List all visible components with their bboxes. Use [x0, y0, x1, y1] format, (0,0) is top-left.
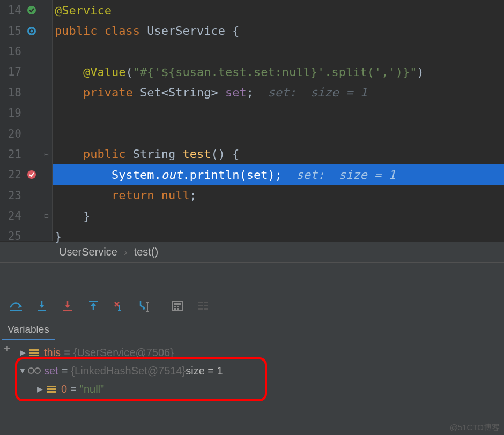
code-token: ;	[247, 86, 268, 99]
code-token	[55, 86, 83, 99]
breadcrumb-class[interactable]: UserService	[59, 246, 117, 258]
svg-rect-20	[204, 302, 208, 303]
code-line[interactable]: @Service	[53, 0, 504, 20]
variables-panel: Variables + ▶this = {UserService@7506}▼s…	[0, 319, 504, 435]
toolbar-separator	[161, 298, 161, 313]
gutter-row[interactable]: 17	[0, 62, 52, 82]
code-editor[interactable]: 1415161718192021⊟222324⊟25 @Servicepubli…	[0, 0, 504, 241]
code-area[interactable]: @Servicepublic class UserService { @Valu…	[53, 0, 504, 241]
code-line[interactable]	[53, 103, 504, 123]
svg-rect-4	[10, 310, 22, 311]
fold-marker-icon[interactable]: ⊟	[44, 212, 48, 220]
code-token: UserService	[147, 24, 232, 38]
variable-name: this	[44, 347, 61, 359]
step-over-button[interactable]	[3, 295, 29, 317]
gutter-row[interactable]: 23	[0, 185, 52, 206]
run-to-cursor-button[interactable]	[132, 295, 158, 317]
gutter-row[interactable]: 20	[0, 123, 52, 144]
code-token: ;	[190, 189, 197, 202]
variable-row[interactable]: ▶0 = "null"	[2, 380, 502, 398]
add-watch-button[interactable]: +	[0, 340, 14, 357]
svg-rect-6	[63, 310, 72, 311]
line-number: 17	[0, 65, 21, 78]
equals-sign: =	[70, 383, 77, 395]
gutter-row[interactable]: 14	[0, 0, 52, 20]
code-token	[55, 189, 112, 202]
tree-arrow-icon[interactable]: ▶	[17, 348, 28, 357]
variables-tab-row: Variables	[0, 319, 504, 340]
svg-rect-23	[198, 308, 203, 310]
code-token: out	[161, 168, 183, 182]
bean-teal-icon[interactable]	[26, 25, 38, 37]
variable-object: {UserService@7506}	[73, 347, 174, 359]
drop-frame-button[interactable]	[106, 295, 132, 317]
code-line[interactable]: public class UserService {	[53, 20, 504, 41]
variable-tail: size = 1	[186, 365, 223, 377]
code-line[interactable]: }	[53, 226, 504, 246]
fold-marker-icon[interactable]: ⊟	[44, 150, 48, 159]
obj-icon	[28, 347, 41, 358]
glasses-icon	[28, 365, 41, 376]
code-token: set: size = 1	[296, 168, 395, 182]
variable-row[interactable]: ▼set = {LinkedHashSet@7514} size = 1	[2, 362, 502, 380]
variable-name: set	[44, 365, 58, 377]
step-out-button[interactable]	[80, 295, 106, 317]
svg-rect-32	[47, 391, 56, 393]
line-number: 14	[0, 4, 21, 17]
gutter-row[interactable]: 16	[0, 41, 52, 62]
gutter-row[interactable]: 15	[0, 20, 52, 41]
breakpoint-icon[interactable]	[26, 169, 38, 181]
gutter-row[interactable]: 25	[0, 226, 52, 246]
code-token: }	[55, 230, 62, 243]
tab-variables[interactable]: Variables	[2, 320, 55, 340]
code-token: private	[83, 86, 140, 99]
svg-rect-22	[204, 305, 208, 306]
code-token: String	[133, 147, 183, 161]
variable-row[interactable]: ▶this = {UserService@7506}	[2, 343, 502, 362]
code-token: .println(	[182, 168, 246, 182]
code-line[interactable]: @Value("#{'${susan.test.set:null}'.split…	[53, 62, 504, 82]
gutter-row[interactable]: 18	[0, 82, 52, 103]
equals-sign: =	[62, 365, 68, 377]
gutter-row[interactable]: 19	[0, 103, 52, 123]
obj-icon	[45, 384, 58, 394]
evaluate-button[interactable]	[165, 295, 190, 317]
code-token: "#{'${susan.test.set:null}'.split(',')}"	[133, 65, 417, 79]
code-line[interactable]	[53, 41, 504, 62]
line-number: 25	[0, 230, 21, 243]
code-line[interactable]: return null;	[53, 185, 504, 206]
debug-toolbar	[0, 292, 504, 319]
step-into-button[interactable]	[29, 295, 55, 317]
svg-rect-27	[29, 355, 39, 356]
svg-rect-9	[118, 310, 121, 311]
line-number: 19	[0, 107, 21, 119]
svg-rect-12	[146, 311, 149, 312]
code-line[interactable]: private Set<String> set; set: size = 1	[53, 82, 504, 103]
code-line[interactable]: public String test() {	[53, 144, 504, 164]
tree-arrow-icon[interactable]: ▼	[17, 366, 28, 375]
code-line[interactable]: }	[53, 206, 504, 226]
code-token: () {	[211, 147, 239, 161]
bean-green-icon[interactable]	[26, 4, 38, 16]
svg-rect-5	[38, 310, 46, 311]
code-token: (	[125, 65, 132, 79]
code-line[interactable]	[53, 123, 504, 144]
force-step-into-button[interactable]	[55, 295, 80, 317]
chevron-right-icon: ›	[124, 246, 128, 258]
panel-divider[interactable]	[0, 262, 504, 292]
code-token: }	[55, 209, 90, 223]
line-number: 22	[0, 168, 21, 181]
svg-rect-30	[47, 386, 56, 387]
trace-button[interactable]	[190, 295, 216, 317]
svg-point-29	[35, 368, 40, 373]
gutter-row[interactable]: 21⊟	[0, 144, 52, 164]
code-line[interactable]: System.out.println(set); set: size = 1	[53, 164, 504, 185]
gutter-row[interactable]: 24⊟	[0, 206, 52, 226]
variables-tree[interactable]: + ▶this = {UserService@7506}▼set = {Link…	[0, 340, 504, 401]
breadcrumb-method[interactable]: test()	[134, 246, 159, 258]
svg-rect-26	[29, 352, 39, 354]
svg-point-28	[28, 368, 34, 373]
tree-arrow-icon[interactable]: ▶	[34, 385, 45, 393]
gutter-row[interactable]: 22	[0, 164, 52, 185]
code-token: public	[83, 147, 133, 161]
